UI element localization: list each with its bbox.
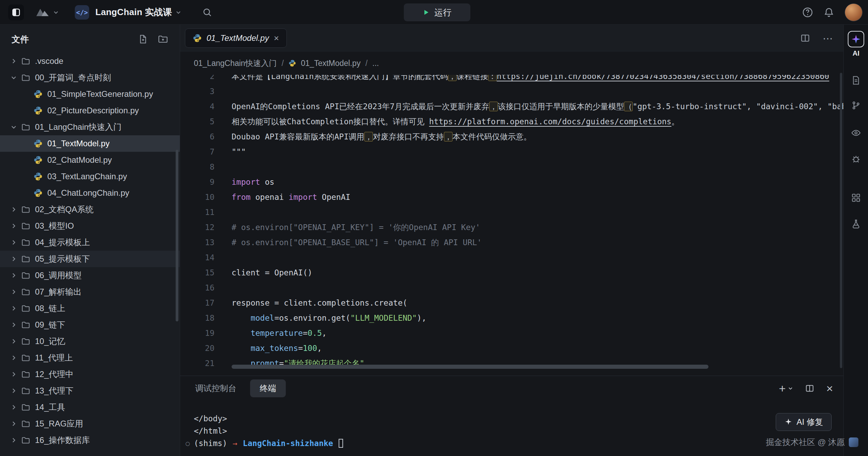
code-line[interactable]: 3 <box>180 84 843 99</box>
chevron-right-icon[interactable] <box>10 354 17 361</box>
editor-vertical-scrollbar[interactable] <box>840 73 842 368</box>
chevron-right-icon[interactable] <box>10 387 17 394</box>
line-number[interactable]: 17 <box>180 295 214 310</box>
chevron-right-icon[interactable] <box>10 404 17 411</box>
line-number[interactable]: 6 <box>180 129 214 144</box>
tree-item-folder[interactable]: 07_解析输出 <box>0 284 180 300</box>
eye-icon[interactable] <box>844 125 868 140</box>
terminal[interactable]: </body></html> ○ (shims) → LangChain-shi… <box>180 412 843 449</box>
breadcrumb-folder[interactable]: 01_LangChain快速入门 <box>194 58 277 69</box>
sidebar-scrollbar[interactable] <box>176 150 178 321</box>
code-line[interactable]: 15client = OpenAI() <box>180 265 843 280</box>
code-line[interactable]: 4OpenAI的Completions API已经在2023年7月完成最后一次更… <box>180 99 843 114</box>
tree-item-folder[interactable]: 16_操作数据库 <box>0 432 180 448</box>
line-number[interactable]: 7 <box>180 144 214 159</box>
new-terminal-icon[interactable]: + <box>779 383 793 394</box>
chevron-right-icon[interactable] <box>10 420 17 427</box>
chevron-right-icon[interactable] <box>10 437 17 444</box>
line-number[interactable]: 16 <box>180 280 214 295</box>
git-branch-icon[interactable] <box>844 98 868 113</box>
panel-tab[interactable]: 调试控制台 <box>194 379 238 397</box>
line-number[interactable]: 12 <box>180 220 214 235</box>
code-line[interactable]: 10from openai import OpenAI <box>180 190 843 205</box>
line-number[interactable]: 21 <box>180 356 214 371</box>
project-badge-icon[interactable]: </> <box>75 5 89 20</box>
breadcrumb-file[interactable]: 01_TextModel.py <box>301 59 361 68</box>
line-number[interactable]: 5 <box>180 114 214 129</box>
workspace-logo-icon[interactable] <box>36 8 49 17</box>
line-number[interactable]: 15 <box>180 265 214 280</box>
help-icon[interactable] <box>802 7 813 18</box>
bug-icon[interactable] <box>844 151 868 167</box>
tree-item-folder[interactable]: 06_调用模型 <box>0 267 180 284</box>
tree-item-folder[interactable]: 01_LangChain快速入门 <box>0 119 180 135</box>
line-number[interactable]: 18 <box>180 310 214 326</box>
split-editor-icon[interactable] <box>800 33 810 43</box>
new-file-icon[interactable] <box>138 34 148 44</box>
tree-item-folder[interactable]: 04_提示模板上 <box>0 234 180 251</box>
line-number[interactable]: 2 <box>180 75 214 84</box>
tree-item-file[interactable]: 01_SimpleTextGeneration.py <box>0 86 180 102</box>
tree-item-folder[interactable]: 14_工具 <box>0 399 180 415</box>
code-line[interactable]: 2本文件是【LangChain系统安装和快速入门】章节的配套代码，课程链接：ht… <box>180 75 843 84</box>
tree-item-folder[interactable]: 12_代理中 <box>0 366 180 383</box>
code-line[interactable]: 16 <box>180 280 843 295</box>
line-number[interactable]: 10 <box>180 190 214 205</box>
code-line[interactable]: 20 max_tokens=100, <box>180 341 843 356</box>
chevron-right-icon[interactable] <box>10 321 17 328</box>
code-line[interactable]: 8 <box>180 159 843 174</box>
panel-tab[interactable]: 终端 <box>250 379 286 397</box>
chevron-right-icon[interactable] <box>10 338 17 345</box>
tree-item-folder[interactable]: 00_开篇词_奇点时刻 <box>0 69 180 86</box>
tree-item-folder[interactable]: 15_RAG应用 <box>0 415 180 432</box>
line-number[interactable]: 11 <box>180 205 214 220</box>
line-number[interactable]: 8 <box>180 159 214 174</box>
code-line[interactable]: 13# os.environ["OPENAI_BASE_URL"] = 'Ope… <box>180 235 843 250</box>
code-line[interactable]: 6Doubao API兼容最新版本的API调用，对废弃接口不再支持，本文件代码仅… <box>180 129 843 144</box>
tree-item-file[interactable]: 02_PictureDescription.py <box>0 102 180 119</box>
code-line[interactable]: 19 temperature=0.5, <box>180 326 843 341</box>
chevron-right-icon[interactable] <box>10 206 17 213</box>
code-area[interactable]: 2本文件是【LangChain系统安装和快速入门】章节的配套代码，课程链接：ht… <box>180 75 843 376</box>
tree-item-folder[interactable]: 09_链下 <box>0 317 180 333</box>
search-icon[interactable] <box>202 7 212 18</box>
tree-item-file[interactable]: 03_TextLangChain.py <box>0 168 180 185</box>
line-number[interactable]: 14 <box>180 250 214 265</box>
tree-item-file[interactable]: 02_ChatModel.py <box>0 152 180 168</box>
line-number[interactable]: 9 <box>180 174 214 190</box>
breadcrumb-more[interactable]: ... <box>372 59 379 68</box>
user-avatar[interactable] <box>845 3 863 21</box>
code-line[interactable]: 7""" <box>180 144 843 159</box>
chevron-right-icon[interactable] <box>10 288 17 295</box>
app-logo[interactable] <box>8 4 24 20</box>
tree-item-folder[interactable]: 08_链上 <box>0 300 180 317</box>
ai-fix-button[interactable]: AI 修复 <box>776 413 832 431</box>
code-line[interactable]: 18 model=os.environ.get("LLM_MODELEND"), <box>180 310 843 326</box>
editor-horizontal-scrollbar[interactable] <box>232 365 708 369</box>
code-line[interactable]: 17response = client.completions.create( <box>180 295 843 310</box>
line-number[interactable]: 20 <box>180 341 214 356</box>
project-name[interactable]: LangChain 实战课 <box>95 6 172 18</box>
tree-item-folder[interactable]: 11_代理上 <box>0 350 180 366</box>
tree-item-file[interactable]: 04_ChatLongChain.py <box>0 185 180 201</box>
run-button[interactable]: 运行 <box>404 3 470 21</box>
chevron-right-icon[interactable] <box>10 305 17 312</box>
tree-item-folder[interactable]: 05_提示模板下 <box>0 251 180 267</box>
line-number[interactable]: 3 <box>180 84 214 99</box>
split-panel-icon[interactable] <box>805 384 814 393</box>
chevron-right-icon[interactable] <box>10 255 17 262</box>
code-line[interactable]: 5相关功能可以被ChatCompletion接口替代。详情可见 https://… <box>180 114 843 129</box>
workspace-chevron-down-icon[interactable] <box>53 9 59 15</box>
chevron-down-icon[interactable] <box>10 74 17 81</box>
project-chevron-down-icon[interactable] <box>175 9 181 15</box>
chevron-down-icon[interactable] <box>788 386 793 391</box>
extensions-grid-icon[interactable] <box>844 190 868 205</box>
chevron-right-icon[interactable] <box>10 239 17 246</box>
bell-icon[interactable] <box>823 7 834 18</box>
chevron-right-icon[interactable] <box>10 272 17 279</box>
tree-item-folder[interactable]: 13_代理下 <box>0 383 180 399</box>
code-line[interactable]: 12# os.environ["OPENAI_API_KEY"] = '你的Op… <box>180 220 843 235</box>
editor-tab[interactable]: 01_TextModel.py × <box>185 28 287 48</box>
doc-icon[interactable] <box>844 73 868 88</box>
code-line[interactable]: 14 <box>180 250 843 265</box>
